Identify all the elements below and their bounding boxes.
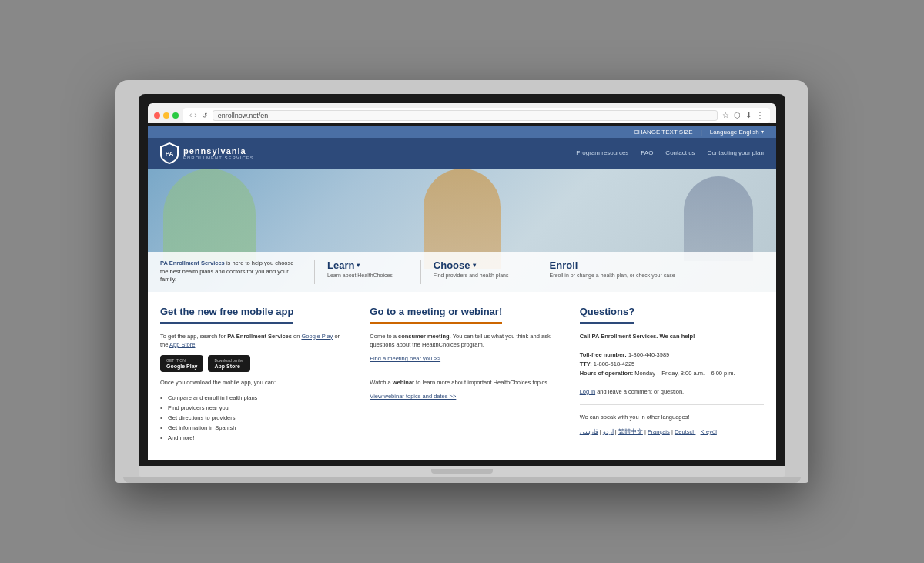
nav-faq[interactable]: FAQ (641, 149, 653, 156)
language-selector[interactable]: Language English ▾ (710, 129, 764, 136)
questions-info: Call PA Enrollment Services. We can help… (580, 332, 764, 397)
login-suffix: and leave a comment or question. (597, 388, 684, 395)
app-store-top-text: Download on the (214, 358, 243, 363)
app-store-main-text: App Store (214, 364, 239, 369)
svg-text:PA: PA (166, 150, 174, 157)
google-play-button[interactable]: GET IT ON Google Play (160, 355, 203, 372)
bullet-directions: Get directions to providers (160, 413, 344, 423)
nav-contact-us[interactable]: Contact us (665, 149, 695, 156)
urdu-link[interactable]: اردو (603, 428, 614, 435)
bullet-spanish: Get information in Spanish (160, 423, 344, 433)
hero-learn-label[interactable]: Learn ▾ (327, 260, 393, 271)
toll-free-label: Toll-free number: (580, 351, 627, 358)
close-window-button[interactable] (154, 112, 160, 119)
google-play-link[interactable]: Google Play (301, 333, 333, 340)
meeting-consumer-text: Come to a consumer meeting. You can tell… (370, 332, 554, 350)
utility-bar: CHANGE TEXT SIZE | Language English ▾ (148, 126, 776, 138)
choose-text: Choose (434, 260, 470, 271)
meeting-title: Go to a meeting or webinar! (370, 306, 502, 324)
login-line: Log in and leave a comment or question. (580, 387, 764, 397)
hero-learn-desc: Learn about HealthChoices (327, 273, 393, 278)
nav-links: Program resources FAQ Contact us Contact… (576, 149, 764, 156)
webinar-suffix: to learn more about important HealthChoi… (416, 379, 549, 386)
find-meeting-link[interactable]: Find a meeting near you >> (370, 355, 554, 362)
enroll-text: Enroll (550, 260, 578, 271)
laptop-notch (431, 469, 493, 474)
pa-label-bold: PA Enrollment Services (227, 333, 292, 340)
call-text: Call PA Enrollment Services. We can help… (580, 332, 764, 341)
hours-line: Hours of operation: Monday – Friday, 8:0… (580, 369, 764, 378)
app-store-link[interactable]: App Store (169, 341, 195, 348)
learn-text: Learn (327, 260, 354, 271)
languages-text: We can speak with you in other languages… (580, 413, 764, 421)
back-arrow-icon[interactable]: ‹ (189, 111, 192, 119)
french-link[interactable]: Français (648, 428, 670, 435)
address-bar[interactable]: enrollnow.net/en (213, 110, 718, 121)
hero-enroll-desc: Enroll in or change a health plan, or ch… (550, 273, 675, 278)
farsi-link[interactable]: فارسی (580, 428, 598, 435)
questions-column: Questions? Call PA Enrollment Services. … (567, 304, 764, 448)
logo-name[interactable]: pennsylvania (183, 146, 254, 156)
profile-icon[interactable]: ⬡ (734, 111, 741, 119)
hero-intro-block: PA Enrollment Services is here to help y… (160, 260, 299, 284)
hero-learn-menu[interactable]: Learn ▾ Learn about HealthChoices (314, 260, 405, 284)
hero-enroll-label[interactable]: Enroll (550, 260, 675, 271)
google-play-top-text: GET IT ON (166, 358, 186, 363)
nav-program-resources[interactable]: Program resources (576, 149, 628, 156)
browser-tabs-bar: ‹ › ↺ enrollnow.net/en ☆ ⬡ ⬇ ⋮ (154, 108, 770, 123)
hero-enroll-menu[interactable]: Enroll Enroll in or change a health plan… (537, 260, 688, 284)
webinar-label: webinar (393, 379, 414, 386)
toll-free-line: Toll-free number: 1-800-440-3989 (580, 350, 764, 360)
utility-separator: | (701, 129, 702, 136)
hero-pa-label: PA Enrollment Services (160, 260, 225, 266)
logo-area: PA pennsylvania ENROLLMENT SERVICES (160, 142, 254, 164)
hero-person-left (163, 169, 256, 261)
minimize-window-button[interactable] (163, 112, 169, 119)
login-link[interactable]: Log in (580, 388, 595, 395)
laptop-bottom-bar (139, 466, 785, 477)
download-icon[interactable]: ⬇ (745, 111, 752, 119)
browser-toolbar-icons: ☆ ⬡ ⬇ ⋮ (722, 111, 764, 119)
german-link[interactable]: Deutsch (675, 428, 696, 435)
reload-icon[interactable]: ↺ (202, 112, 208, 119)
bullet-find-providers: Find providers near you (160, 403, 344, 413)
tty-label: TTY: (580, 360, 592, 367)
webinar-text: Watch a webinar to learn more about impo… (370, 378, 554, 387)
browser-chrome: ‹ › ↺ enrollnow.net/en ☆ ⬡ ⬇ ⋮ (148, 103, 776, 123)
hero-person-right (684, 176, 753, 261)
laptop-frame: ‹ › ↺ enrollnow.net/en ☆ ⬡ ⬇ ⋮ (116, 80, 808, 484)
after-download-text: Once you download the mobile app, you ca… (160, 378, 344, 387)
browser-back-forward: ‹ › (189, 111, 197, 119)
maximize-window-button[interactable] (172, 112, 179, 119)
webinar-topics-link[interactable]: View webinar topics and dates >> (370, 393, 554, 400)
hero-intro-text: PA Enrollment Services is here to help y… (160, 260, 299, 284)
bullet-more: And more! (160, 433, 344, 443)
app-store-button[interactable]: Download on the App Store (208, 355, 250, 372)
toll-free-number: 1-800-440-3989 (628, 351, 669, 358)
hero-choose-label[interactable]: Choose ▾ (434, 260, 509, 271)
meeting-consumer-suffix: You can tell us what you think and ask q… (370, 333, 550, 348)
screen-bezel: ‹ › ↺ enrollnow.net/en ☆ ⬡ ⬇ ⋮ (139, 94, 785, 467)
learn-chevron: ▾ (357, 262, 360, 269)
bookmark-icon[interactable]: ☆ (722, 111, 729, 119)
browser-address-bar-area: ‹ › ↺ enrollnow.net/en ☆ ⬡ ⬇ ⋮ (183, 108, 770, 123)
main-content: Get the new free mobile app To get the a… (148, 292, 776, 461)
hero-choose-desc: Find providers and health plans (434, 273, 509, 278)
nav-contacting-plan[interactable]: Contacting your plan (708, 149, 764, 156)
chinese-link[interactable]: 繁體中文 (618, 428, 643, 435)
pa-shield-icon: PA (160, 142, 179, 164)
change-text-size-label[interactable]: CHANGE TEXT SIZE (634, 129, 693, 136)
meeting-column: Go to a meeting or webinar! Come to a co… (357, 304, 554, 448)
creole-link[interactable]: Kreyòl (701, 428, 717, 435)
meeting-divider (370, 370, 554, 370)
main-navigation: PA pennsylvania ENROLLMENT SERVICES Prog… (148, 138, 776, 169)
hero-section: PA Enrollment Services is here to help y… (148, 169, 776, 292)
questions-divider (580, 404, 764, 405)
more-icon[interactable]: ⋮ (756, 111, 764, 119)
consumer-meeting-label: consumer meeting (398, 333, 450, 340)
laptop-base (123, 477, 801, 483)
forward-arrow-icon[interactable]: › (194, 111, 196, 119)
hours-value: Monday – Friday, 8:00 a.m. – 6:00 p.m. (634, 370, 735, 377)
hero-choose-menu[interactable]: Choose ▾ Find providers and health plans (420, 260, 521, 284)
url-text: enrollnow.net/en (218, 112, 269, 119)
